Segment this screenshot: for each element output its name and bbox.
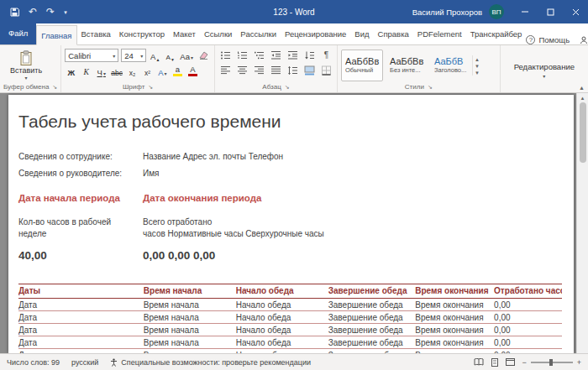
cell-end-time[interactable]: Время окончания xyxy=(415,311,494,324)
gallery-more-icon[interactable]: ▼ xyxy=(475,70,480,76)
decrease-indent-icon[interactable] xyxy=(269,49,283,61)
tab-layout[interactable]: Макет xyxy=(169,24,200,44)
paragraph-dialog-launcher-icon[interactable]: ↘ xyxy=(285,84,290,90)
account-user-name[interactable]: Василий Прохоров xyxy=(412,8,482,17)
weekly-hours-value[interactable]: 40,00 xyxy=(18,249,143,262)
paste-button[interactable]: Вставить ▾ xyxy=(3,48,49,82)
cell-start-time[interactable]: Время начала xyxy=(144,311,236,324)
tab-file[interactable]: Файл xyxy=(0,23,36,44)
tab-home[interactable]: Главная xyxy=(36,25,76,45)
col-header-hours-worked[interactable]: Отработано часов xyxy=(494,284,562,299)
totals-label[interactable]: Всего отработано часов Нормативные часы … xyxy=(143,216,562,240)
borders-icon[interactable] xyxy=(319,64,333,76)
cell-lunch-start[interactable]: Начало обеда xyxy=(236,299,328,311)
manager-value[interactable]: Имя xyxy=(143,169,562,178)
help-menu[interactable]: ? Помощь xyxy=(526,35,570,44)
zoom-out-icon[interactable]: − xyxy=(522,358,526,367)
clipboard-dialog-launcher-icon[interactable]: ↘ xyxy=(52,84,57,90)
styles-dialog-launcher-icon[interactable]: ↘ xyxy=(428,84,433,90)
line-spacing-icon[interactable] xyxy=(286,64,300,76)
word-count[interactable]: Число слов: 99 xyxy=(7,358,60,367)
print-layout-icon[interactable] xyxy=(491,358,499,367)
style-no-spacing[interactable]: АаБбВв Без инте... xyxy=(386,50,428,81)
col-header-lunch-end[interactable]: Завершение обеда xyxy=(328,284,416,299)
show-paragraph-marks-icon[interactable]: ¶ xyxy=(319,49,333,61)
document-page[interactable]: Табель учета рабочего времени Сведения о… xyxy=(8,95,574,353)
cell-date[interactable]: Дата xyxy=(18,311,144,324)
cell-lunch-start[interactable]: Начало обеда xyxy=(236,311,328,324)
gallery-up-icon[interactable]: ▲ xyxy=(475,57,480,62)
tab-review[interactable]: Рецензирование xyxy=(281,24,350,44)
superscript-button[interactable]: x² xyxy=(141,65,154,77)
style-normal[interactable]: АаБбВв Обычный xyxy=(341,50,383,81)
undo-icon[interactable]: ↶ xyxy=(29,7,37,17)
cell-start-time[interactable]: Время начала xyxy=(144,336,236,349)
gallery-down-icon[interactable]: ▼ xyxy=(475,64,480,69)
read-mode-icon[interactable] xyxy=(474,358,484,366)
cell-start-time[interactable]: Время начала xyxy=(144,299,236,311)
editing-menu-button[interactable]: Редактирование ▾ xyxy=(504,48,585,92)
cell-hours-worked[interactable]: 0,00 xyxy=(494,324,562,336)
cell-lunch-end[interactable]: Завершение обеда xyxy=(328,336,416,349)
strikethrough-button[interactable]: abc xyxy=(110,65,123,77)
multilevel-list-icon[interactable] xyxy=(252,49,266,61)
scroll-up-icon[interactable]: ▲ xyxy=(580,93,585,102)
weekly-hours-label[interactable]: Кол-во часов в рабочей неделе xyxy=(18,216,143,240)
cell-date[interactable]: Дата xyxy=(18,324,144,336)
employee-label[interactable]: Сведения о сотруднике: xyxy=(18,152,143,161)
numbered-list-icon[interactable] xyxy=(235,49,249,61)
cell-date[interactable]: Дата xyxy=(18,299,144,311)
align-left-icon[interactable] xyxy=(218,64,233,76)
bullet-list-icon[interactable] xyxy=(218,49,233,61)
cell-start-time[interactable]: Время начала xyxy=(144,324,236,336)
scrollbar-thumb[interactable] xyxy=(580,102,586,163)
cell-date[interactable]: Дата xyxy=(18,336,144,349)
tab-view[interactable]: Вид xyxy=(350,24,373,44)
change-case-button[interactable]: Аа▾ xyxy=(179,50,194,62)
tab-transcriber[interactable]: Транскрайбер xyxy=(466,24,527,44)
period-end-heading[interactable]: Дата окончания периода xyxy=(143,193,562,203)
redo-icon[interactable]: ↷ xyxy=(46,7,55,17)
highlight-color-button[interactable]: а xyxy=(171,65,184,77)
shading-icon[interactable] xyxy=(302,64,317,76)
accessibility-checker[interactable]: Специальные возможности: проверьте реком… xyxy=(110,358,311,367)
align-right-icon[interactable] xyxy=(252,64,266,76)
cell-hours-worked[interactable]: 0,00 xyxy=(494,336,562,349)
col-header-start-time[interactable]: Время начала xyxy=(144,284,236,299)
cell-hours-worked[interactable]: 0,00 xyxy=(494,311,562,324)
zoom-slider[interactable] xyxy=(531,362,573,363)
tab-design[interactable]: Конструктор xyxy=(115,24,169,44)
customize-quick-access-icon[interactable]: ▾ xyxy=(64,9,67,15)
col-header-dates[interactable]: Даты xyxy=(18,284,144,299)
justify-icon[interactable] xyxy=(269,64,283,76)
maximize-button[interactable] xyxy=(538,0,563,23)
close-button[interactable] xyxy=(563,0,588,23)
save-icon[interactable] xyxy=(10,8,19,17)
cell-lunch-start[interactable]: Начало обеда xyxy=(236,324,328,336)
font-dialog-launcher-icon[interactable]: ↘ xyxy=(148,84,153,90)
cell-end-time[interactable]: Время окончания xyxy=(415,336,494,349)
cell-end-time[interactable]: Время окончания xyxy=(415,324,494,336)
col-header-end-time[interactable]: Время окончания xyxy=(415,284,494,299)
cell-lunch-end[interactable]: Завершение обеда xyxy=(328,311,416,324)
vertical-scrollbar[interactable]: ▲ xyxy=(576,93,588,353)
underline-button[interactable]: Ч▾ xyxy=(95,65,108,77)
totals-value[interactable]: 0,00 0,00 0,00 xyxy=(143,249,562,262)
font-size-combo[interactable]: 24 ▾ xyxy=(121,49,146,62)
tab-pdfelement[interactable]: PDFelement xyxy=(413,24,466,44)
tab-references[interactable]: Ссылки xyxy=(200,24,236,44)
bold-button[interactable]: Ж xyxy=(65,65,77,77)
share-button[interactable]: Поделиться xyxy=(580,35,588,44)
italic-button[interactable]: К xyxy=(80,65,92,77)
style-heading1[interactable]: АаБбВ Заголово... xyxy=(430,50,472,81)
cell-hours-worked[interactable]: 0,00 xyxy=(494,299,562,311)
document-title[interactable]: Табель учета рабочего времени xyxy=(18,112,562,132)
subscript-button[interactable]: x₂ xyxy=(126,65,139,77)
employee-value[interactable]: Название Адрес эл. почты Телефон xyxy=(143,152,562,161)
cell-lunch-start[interactable]: Начало обеда xyxy=(236,336,328,349)
increase-indent-icon[interactable] xyxy=(286,49,300,61)
web-layout-icon[interactable] xyxy=(506,358,515,366)
cell-end-time[interactable]: Время окончания xyxy=(415,299,494,311)
align-center-icon[interactable] xyxy=(235,64,249,76)
sort-icon[interactable] xyxy=(302,49,317,61)
